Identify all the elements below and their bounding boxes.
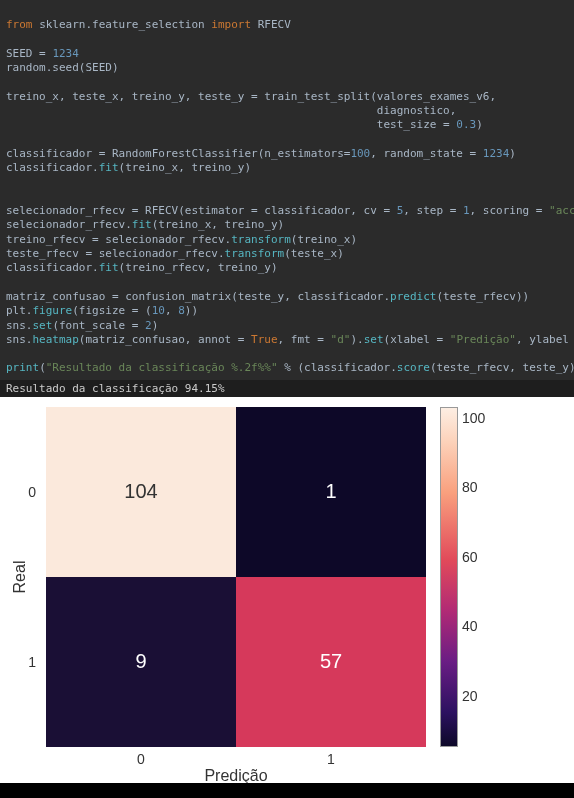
colorbar-tick: 80 [462,479,478,495]
code-line: plt.figure(figsize = (10, 8)) [6,304,198,317]
colorbar [440,407,458,747]
y-tick: 0 [28,484,36,500]
heatmap-cell: 104 [46,407,236,577]
code-line: print("Resultado da classificação %.2f%%… [6,361,574,374]
colorbar-tick: 40 [462,618,478,634]
code-line: random.seed(SEED) [6,61,119,74]
code-editor[interactable]: from sklearn.feature_selection import RF… [0,0,574,380]
code-line: classificador.fit(treino_rfecv, treino_y… [6,261,278,274]
heatmap-cell: 57 [236,577,426,747]
code-line: selecionador_rfecv = RFECV(estimator = c… [6,204,574,217]
heatmap-grid: 104 1 9 57 [46,407,426,747]
code-line: sns.set(font_scale = 2) [6,319,158,332]
heatmap-cell: 9 [46,577,236,747]
y-axis: Real 0 1 [0,407,44,747]
y-tick: 1 [28,654,36,670]
code-line: selecionador_rfecv.fit(treino_x, treino_… [6,218,284,231]
x-tick: 0 [137,751,145,767]
code-line: classificador.fit(treino_x, treino_y) [6,161,251,174]
confusion-matrix-plot: Real 0 1 104 1 9 57 100 80 60 40 20 0 1 … [0,397,574,783]
colorbar-tick: 100 [462,410,485,426]
code-line: treino_rfecv = selecionador_rfecv.transf… [6,233,357,246]
code-line: treino_x, teste_x, treino_y, teste_y = t… [6,90,496,103]
y-axis-label: Real [11,560,29,593]
output-text: Resultado da classificação 94.15% [0,380,574,397]
code-line: teste_rfecv = selecionador_rfecv.transfo… [6,247,344,260]
code-line: test_size = 0.3) [6,118,483,131]
code-line: sns.heatmap(matriz_confusao, annot = Tru… [6,333,574,346]
colorbar-tick: 20 [462,688,478,704]
x-tick: 1 [327,751,335,767]
heatmap-cell: 1 [236,407,426,577]
x-axis-label: Predição [204,767,267,783]
code-line: from sklearn.feature_selection import RF… [6,18,291,31]
code-line: matriz_confusao = confusion_matrix(teste… [6,290,529,303]
code-line: diagnostico, [6,104,456,117]
code-line: SEED = 1234 [6,47,79,60]
colorbar-tick: 60 [462,549,478,565]
code-line: classificador = RandomForestClassifier(n… [6,147,516,160]
